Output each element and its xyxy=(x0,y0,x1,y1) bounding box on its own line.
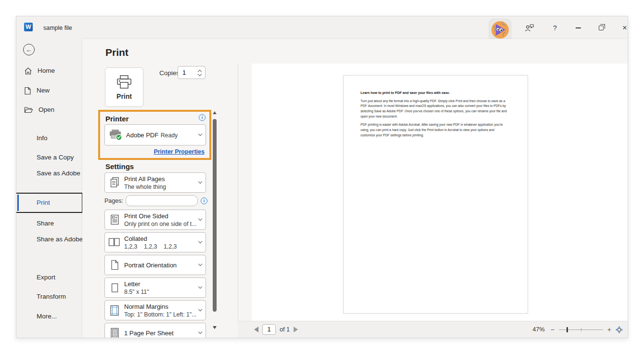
sidebar-item-new[interactable]: New xyxy=(24,86,78,95)
sidebar-item-open[interactable]: Open xyxy=(24,105,80,115)
sidebar-item-label: Open xyxy=(39,106,80,114)
preview-statusbar: of 1 47% − + xyxy=(238,321,628,338)
current-page-input[interactable] xyxy=(262,324,276,335)
printer-section-title: Printer xyxy=(105,115,129,123)
sidebar-item-info[interactable]: Info xyxy=(37,133,48,142)
minimize-button[interactable] xyxy=(571,21,585,35)
printer-name: Adobe PDF xyxy=(126,132,158,139)
zoom-slider-thumb[interactable] xyxy=(567,327,568,332)
restore-icon xyxy=(599,26,604,30)
sidebar-item-export[interactable]: Export xyxy=(37,273,55,281)
pages-info-icon[interactable] xyxy=(201,198,207,204)
sidebar-item-home[interactable]: Home xyxy=(24,66,79,76)
open-folder-icon xyxy=(24,106,33,114)
copies-decrement-button[interactable] xyxy=(198,73,202,77)
printer-properties-link[interactable]: Printer Properties xyxy=(154,148,205,155)
sidebar-item-label: New xyxy=(37,87,78,94)
print-button[interactable]: Print xyxy=(105,67,143,107)
printer-status: Ready xyxy=(161,132,178,139)
page-title: Print xyxy=(105,47,129,58)
document-paragraph: Turn just about any file format into a h… xyxy=(361,99,508,119)
sidebar-item-transform[interactable]: Transform xyxy=(37,292,66,301)
back-button[interactable]: ← xyxy=(23,44,35,55)
sidebar-item-more[interactable]: More... xyxy=(37,312,57,320)
next-page-button[interactable] xyxy=(294,327,298,332)
preview-page: Learn how to print to PDF and save your … xyxy=(343,75,528,314)
chevron-down-icon xyxy=(198,330,202,334)
normal-margins-icon xyxy=(110,305,119,316)
sidebar-item-save-a-copy[interactable]: Save a Copy xyxy=(37,153,74,161)
chevron-down-icon xyxy=(198,132,202,136)
restore-button[interactable] xyxy=(594,21,608,35)
new-document-icon xyxy=(24,87,31,95)
previous-page-button[interactable] xyxy=(254,327,258,332)
zoom-out-button[interactable]: − xyxy=(551,326,554,333)
settings-section-title: Settings xyxy=(105,162,134,171)
zoom-percent[interactable]: 47% xyxy=(533,326,545,333)
home-icon xyxy=(24,67,32,75)
pages-label: Pages: xyxy=(104,198,123,204)
pages-row: Pages: xyxy=(104,195,206,207)
account-avatar[interactable] xyxy=(489,18,512,41)
feedback-button[interactable] xyxy=(523,21,536,35)
help-button[interactable]: ? xyxy=(548,21,562,35)
portrait-orientation-icon xyxy=(110,260,119,270)
printer-info-icon[interactable] xyxy=(199,114,206,121)
sidebar-item-share[interactable]: Share xyxy=(37,219,54,227)
print-preview-area: Learn how to print to PDF and save your … xyxy=(238,64,628,322)
one-page-per-sheet-icon xyxy=(110,328,119,339)
print-all-pages-dropdown[interactable]: Print All Pages The whole thing xyxy=(104,172,206,193)
collated-icon xyxy=(108,237,121,247)
printer-section-highlight: Printer Adobe PDF Ready xyxy=(98,110,211,160)
paper-size-dropdown[interactable]: Letter 8.5" x 11" xyxy=(104,277,206,298)
sidebar-item-print-selected[interactable]: Print xyxy=(16,193,83,213)
document-heading: Learn how to print to PDF and save your … xyxy=(361,91,508,96)
feedback-person-icon xyxy=(525,24,534,32)
chevron-down-icon xyxy=(198,239,202,243)
print-one-sided-dropdown[interactable]: Print One Sided Only print on one side o… xyxy=(104,210,206,230)
pages-per-sheet-dropdown[interactable]: 1 Page Per Sheet xyxy=(104,323,206,338)
avatar-illustration-icon xyxy=(490,20,510,40)
print-button-label: Print xyxy=(116,92,132,100)
scrollbar-thumb[interactable] xyxy=(213,119,217,312)
print-one-sided-icon xyxy=(110,214,119,225)
pages-input[interactable] xyxy=(126,195,198,206)
scroll-down-arrow-icon[interactable] xyxy=(213,326,217,329)
document-paragraph: PDF printing is easier with Adobe Acroba… xyxy=(361,122,508,138)
copies-input[interactable] xyxy=(179,67,197,78)
selection-accent-bar xyxy=(17,195,19,211)
zoom-to-page-icon[interactable] xyxy=(616,326,623,333)
chevron-down-icon xyxy=(198,180,202,184)
word-backstage-window: W sample file ? × ← xyxy=(16,16,628,338)
page-count-label: of 1 xyxy=(280,326,290,333)
printer-ready-icon xyxy=(108,129,123,141)
zoom-slider[interactable] xyxy=(559,327,603,332)
printer-selector-dropdown[interactable]: Adobe PDF Ready xyxy=(104,124,206,145)
collated-dropdown[interactable]: Collated 1,2,3 1,2,3 1,2,3 xyxy=(104,232,206,252)
document-title: sample file xyxy=(43,25,72,31)
sidebar-item-label: Home xyxy=(38,67,79,75)
chevron-down-icon xyxy=(198,262,202,266)
word-app-icon: W xyxy=(24,23,33,31)
scroll-up-arrow-icon[interactable] xyxy=(213,111,217,114)
print-all-pages-icon xyxy=(110,177,120,188)
margins-dropdown[interactable]: Normal Margins Top: 1" Bottom: 1" Left: … xyxy=(104,300,206,320)
settings-scrollbar[interactable] xyxy=(211,110,218,337)
zoom-in-button[interactable]: + xyxy=(607,326,611,333)
chevron-down-icon xyxy=(198,285,202,289)
orientation-dropdown[interactable]: Portrait Orientation xyxy=(104,255,206,275)
copies-stepper xyxy=(178,66,206,79)
close-button[interactable]: × xyxy=(618,21,628,35)
minimize-icon xyxy=(576,27,581,28)
print-backstage-panel: Print Print Copies: Printer xyxy=(82,39,628,338)
letter-size-icon xyxy=(111,283,119,293)
printer-icon xyxy=(116,75,133,90)
